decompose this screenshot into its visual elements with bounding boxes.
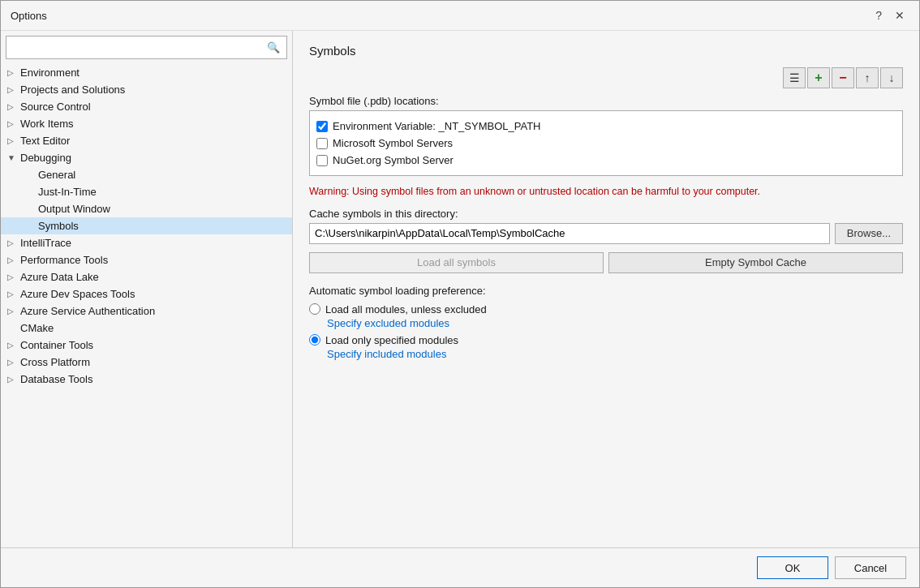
move-up-button[interactable]: ↑ bbox=[856, 67, 879, 88]
tree-arrow-projects-solutions: ▷ bbox=[7, 85, 20, 94]
checkbox-row-env: Environment Variable: _NT_SYMBOL_PATH bbox=[316, 118, 896, 135]
remove-icon: − bbox=[839, 71, 846, 85]
radio-row-specified: Load only specified modules Specify incl… bbox=[309, 334, 903, 360]
tree-label-intellitrace: IntelliTrace bbox=[20, 237, 71, 249]
tree-item-source-control[interactable]: ▷Source Control bbox=[1, 98, 292, 115]
tree-item-general[interactable]: General bbox=[1, 166, 292, 183]
section-title: Symbols bbox=[309, 44, 903, 58]
move-down-button[interactable]: ↓ bbox=[880, 67, 903, 88]
tree-item-symbols[interactable]: Symbols bbox=[1, 217, 292, 234]
right-panel: Symbols ☰ + − ↑ ↓ Symbol file (.pdb) l bbox=[293, 31, 919, 547]
tree-label-debugging: Debugging bbox=[20, 152, 71, 164]
tree-arrow-source-control: ▷ bbox=[7, 102, 20, 111]
tree-arrow-azure-data-lake: ▷ bbox=[7, 273, 20, 281]
left-panel: 🔍 ▷Environment▷Projects and Solutions▷So… bbox=[1, 31, 293, 547]
options-dialog: Options ? ✕ 🔍 ▷Environment▷Projects and … bbox=[0, 0, 920, 588]
checkbox-row-ms: Microsoft Symbol Servers bbox=[316, 135, 896, 152]
tree-label-work-items: Work Items bbox=[20, 118, 74, 130]
tree-label-cmake: CMake bbox=[20, 322, 54, 334]
tree-arrow-database-tools: ▷ bbox=[7, 375, 20, 384]
tree-item-database-tools[interactable]: ▷Database Tools bbox=[1, 371, 292, 388]
radio-load-all-label[interactable]: Load all modules, unless excluded bbox=[325, 303, 487, 315]
checkbox-nuget-label[interactable]: NuGet.org Symbol Server bbox=[333, 154, 454, 166]
auto-pref-label: Automatic symbol loading preference: bbox=[309, 285, 903, 297]
cancel-button[interactable]: Cancel bbox=[835, 556, 906, 579]
ok-button[interactable]: OK bbox=[757, 556, 828, 579]
checkbox-row-nuget: NuGet.org Symbol Server bbox=[316, 152, 896, 169]
tree-label-output-window: Output Window bbox=[38, 203, 110, 215]
tree-label-azure-service-auth: Azure Service Authentication bbox=[20, 305, 155, 317]
down-arrow-icon: ↓ bbox=[889, 71, 895, 84]
cache-dir-input[interactable] bbox=[309, 223, 830, 244]
tree-arrow-intellitrace: ▷ bbox=[7, 238, 20, 247]
warning-text: Warning: Using symbol files from an unkn… bbox=[309, 184, 903, 200]
tree-arrow-work-items: ▷ bbox=[7, 119, 20, 128]
checkbox-ms-servers-label[interactable]: Microsoft Symbol Servers bbox=[333, 137, 453, 149]
radio-row-all-top: Load all modules, unless excluded bbox=[309, 303, 903, 315]
radio-load-specified-label[interactable]: Load only specified modules bbox=[325, 334, 458, 346]
tree-item-projects-solutions[interactable]: ▷Projects and Solutions bbox=[1, 81, 292, 98]
tree-label-azure-data-lake: Azure Data Lake bbox=[20, 271, 99, 283]
action-buttons-row: Load all symbols Empty Symbol Cache bbox=[309, 252, 903, 273]
tree-item-azure-service-auth[interactable]: ▷Azure Service Authentication bbox=[1, 303, 292, 320]
symbol-locations-box: Environment Variable: _NT_SYMBOL_PATH Mi… bbox=[309, 110, 903, 176]
radio-row-specified-top: Load only specified modules bbox=[309, 334, 903, 346]
search-box-container[interactable]: 🔍 bbox=[6, 36, 287, 59]
cache-dir-row: Browse... bbox=[309, 223, 903, 244]
tree-item-work-items[interactable]: ▷Work Items bbox=[1, 115, 292, 132]
warning-post: can be harmful to your computer. bbox=[609, 186, 760, 197]
tree-label-cross-platform: Cross Platform bbox=[20, 356, 90, 368]
remove-button[interactable]: − bbox=[832, 67, 854, 88]
tree-item-performance-tools[interactable]: ▷Performance Tools bbox=[1, 251, 292, 268]
cache-label: Cache symbols in this directory: bbox=[309, 208, 903, 220]
tree-item-environment[interactable]: ▷Environment bbox=[1, 64, 292, 81]
tree-arrow-text-editor: ▷ bbox=[7, 136, 20, 145]
tree-item-output-window[interactable]: Output Window bbox=[1, 200, 292, 217]
add-button[interactable]: + bbox=[807, 67, 830, 88]
tree-item-just-in-time[interactable]: Just-In-Time bbox=[1, 183, 292, 200]
tree-label-performance-tools: Performance Tools bbox=[20, 254, 108, 266]
checkbox-env-var-label[interactable]: Environment Variable: _NT_SYMBOL_PATH bbox=[333, 120, 541, 132]
tree-item-azure-data-lake[interactable]: ▷Azure Data Lake bbox=[1, 268, 292, 285]
tree-item-azure-dev-spaces[interactable]: ▷Azure Dev Spaces Tools bbox=[1, 285, 292, 303]
specify-excluded-link[interactable]: Specify excluded modules bbox=[327, 317, 903, 329]
tree-label-container-tools: Container Tools bbox=[20, 339, 93, 351]
radio-group: Load all modules, unless excluded Specif… bbox=[309, 303, 903, 360]
tree-arrow-environment: ▷ bbox=[7, 68, 20, 77]
checkbox-nuget[interactable] bbox=[316, 155, 328, 166]
title-bar: Options ? ✕ bbox=[1, 1, 919, 31]
tree-item-cross-platform[interactable]: ▷Cross Platform bbox=[1, 354, 292, 371]
add-icon: + bbox=[815, 71, 822, 85]
radio-load-specified[interactable] bbox=[309, 334, 320, 346]
dialog-title: Options bbox=[11, 10, 47, 22]
up-arrow-icon: ↑ bbox=[865, 71, 871, 84]
tree-item-debugging[interactable]: ▼Debugging bbox=[1, 149, 292, 166]
tree-item-cmake[interactable]: CMake bbox=[1, 320, 292, 337]
list-button[interactable]: ☰ bbox=[783, 67, 806, 88]
tree-arrow-performance-tools: ▷ bbox=[7, 255, 20, 264]
tree-item-text-editor[interactable]: ▷Text Editor bbox=[1, 132, 292, 149]
search-icon: 🔍 bbox=[267, 41, 280, 54]
tree-container[interactable]: ▷Environment▷Projects and Solutions▷Sour… bbox=[1, 64, 292, 547]
tree-label-azure-dev-spaces: Azure Dev Spaces Tools bbox=[20, 288, 135, 300]
tree-item-container-tools[interactable]: ▷Container Tools bbox=[1, 337, 292, 354]
radio-row-all: Load all modules, unless excluded Specif… bbox=[309, 303, 903, 329]
tree-label-just-in-time: Just-In-Time bbox=[38, 186, 97, 198]
help-button[interactable]: ? bbox=[871, 7, 887, 24]
tree-item-intellitrace[interactable]: ▷IntelliTrace bbox=[1, 234, 292, 251]
tree-label-projects-solutions: Projects and Solutions bbox=[20, 84, 125, 96]
load-symbols-button[interactable]: Load all symbols bbox=[309, 252, 604, 273]
title-bar-buttons: ? ✕ bbox=[871, 7, 909, 24]
checkbox-env-var[interactable] bbox=[316, 121, 328, 132]
empty-cache-button[interactable]: Empty Symbol Cache bbox=[608, 252, 903, 273]
list-icon: ☰ bbox=[789, 71, 800, 84]
checkbox-ms-servers[interactable] bbox=[316, 138, 328, 149]
close-button[interactable]: ✕ bbox=[890, 7, 909, 24]
warning-pre: Warning: Using symbol files from an bbox=[309, 186, 474, 197]
browse-button[interactable]: Browse... bbox=[835, 223, 903, 244]
tree-label-environment: Environment bbox=[20, 67, 80, 79]
specify-included-link[interactable]: Specify included modules bbox=[327, 348, 903, 360]
search-input[interactable] bbox=[13, 41, 267, 54]
tree-label-source-control: Source Control bbox=[20, 101, 91, 113]
radio-load-all[interactable] bbox=[309, 303, 320, 315]
